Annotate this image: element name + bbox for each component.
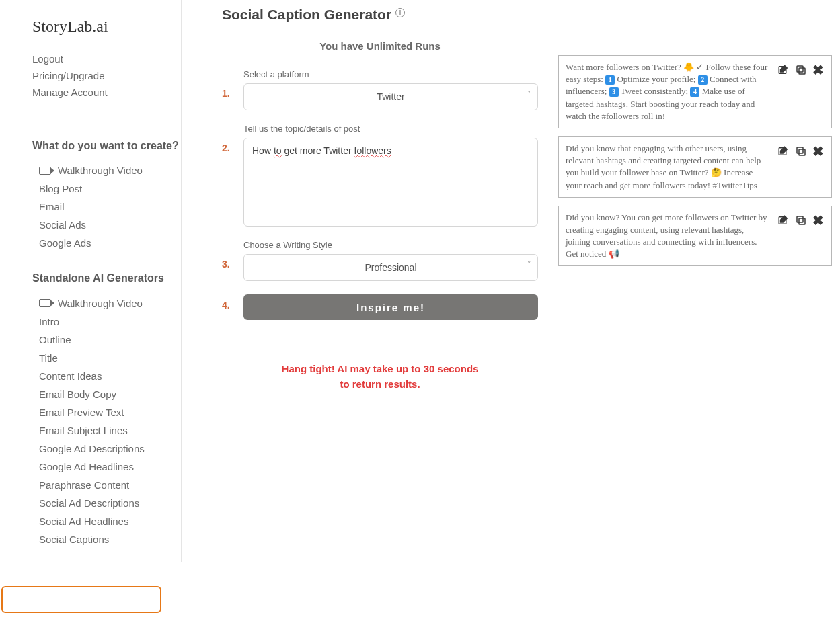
brand-logo: StoryLab.ai: [32, 17, 181, 36]
nav-standalone-label: Content Ideas: [39, 370, 102, 382]
close-icon[interactable]: ✖: [812, 64, 825, 76]
edit-icon[interactable]: [777, 64, 790, 76]
nav-standalone-content-ideas[interactable]: Content Ideas: [32, 367, 181, 385]
keycap-icon: 4: [690, 87, 699, 97]
info-icon[interactable]: i: [395, 8, 405, 17]
copy-icon[interactable]: [795, 214, 807, 227]
step-number-2: 2.: [222, 142, 231, 153]
svg-rect-1: [799, 68, 805, 74]
result-card: Want more followers on Twitter? 🐥 ✓ Foll…: [558, 55, 832, 128]
nav-standalone-google-ad-headlines[interactable]: Google Ad Headlines: [32, 458, 181, 476]
nav-standalone-social-ad-descriptions[interactable]: Social Ad Descriptions: [32, 494, 181, 512]
results-column: Want more followers on Twitter? 🐥 ✓ Foll…: [558, 55, 832, 548]
nav-create-google-ads[interactable]: Google Ads: [32, 234, 181, 252]
account-links: Logout Pricing/Upgrade Manage Account: [32, 53, 181, 98]
svg-rect-8: [797, 216, 803, 222]
nav-standalone-paraphrase-content[interactable]: Paraphrase Content: [32, 476, 181, 494]
topic-textarea[interactable]: How to get more Twitter followers: [243, 138, 538, 227]
keycap-icon: 1: [605, 75, 615, 85]
nav-create-label: Google Ads: [39, 237, 91, 249]
form-column: Social Caption Generator i You have Unli…: [222, 7, 538, 548]
edit-icon[interactable]: [777, 214, 790, 227]
nav-standalone-label: Google Ad Headlines: [39, 461, 134, 472]
svg-rect-2: [797, 66, 803, 72]
copy-icon[interactable]: [795, 145, 807, 157]
step-number-1: 1.: [222, 88, 231, 99]
sidebar: StoryLab.ai Logout Pricing/Upgrade Manag…: [0, 0, 182, 562]
pricing-link[interactable]: Pricing/Upgrade: [32, 70, 181, 81]
nav-standalone-label: Email Body Copy: [39, 388, 116, 400]
nav-standalone-label: Google Ad Descriptions: [39, 443, 145, 454]
nav-standalone-label: Title: [39, 352, 58, 364]
loading-message: Hang tight! AI may take up to 30 seconds…: [222, 362, 538, 392]
nav-create-email[interactable]: Email: [32, 198, 181, 216]
page-title-text: Social Caption Generator: [222, 7, 391, 23]
svg-rect-4: [799, 149, 805, 155]
nav-create-label: Walkthrough Video: [58, 165, 143, 176]
nav-create-walkthrough-video[interactable]: Walkthrough Video: [32, 161, 181, 179]
nav-create-social-ads[interactable]: Social Ads: [32, 216, 181, 234]
nav-create-label: Social Ads: [39, 219, 86, 231]
nav-standalone-label: Email Subject Lines: [39, 425, 128, 436]
step-3: 3. Choose a Writing Style Professional: [222, 240, 538, 281]
result-text: Did you know? You can get more followers…: [566, 212, 771, 261]
close-icon[interactable]: ✖: [812, 214, 825, 227]
nav-standalone-social-ad-headlines[interactable]: Social Ad Headlines: [32, 512, 181, 530]
edit-icon[interactable]: [777, 145, 790, 157]
nav-standalone-email-body-copy[interactable]: Email Body Copy: [32, 385, 181, 403]
step-number-3: 3.: [222, 259, 231, 270]
nav-create-label: Blog Post: [39, 183, 82, 194]
result-text: Want more followers on Twitter? 🐥 ✓ Foll…: [566, 61, 771, 122]
nav-standalone-social-captions[interactable]: Social Captions: [32, 530, 181, 548]
inspire-button[interactable]: Inspire me!: [243, 294, 538, 320]
runs-remaining: You have Unlimited Runs: [222, 40, 538, 52]
page-title: Social Caption Generator i: [222, 7, 538, 23]
manage-account-link[interactable]: Manage Account: [32, 87, 181, 98]
keycap-icon: 3: [609, 87, 619, 97]
result-card: Did you know that engaging with other us…: [558, 136, 832, 198]
platform-select[interactable]: Twitter: [243, 83, 538, 110]
step-2-label: Tell us the topic/details of post: [243, 124, 538, 134]
result-text: Did you know that engaging with other us…: [566, 142, 771, 192]
nav-standalone-label: Social Captions: [39, 534, 109, 545]
svg-rect-7: [799, 218, 805, 224]
keycap-icon: 2: [698, 75, 708, 85]
video-icon: [39, 299, 51, 307]
nav-create-blog-post[interactable]: Blog Post: [32, 179, 181, 198]
step-1: 1. Select a platform Twitter: [222, 69, 538, 110]
step-number-4: 4.: [222, 300, 231, 311]
copy-icon[interactable]: [795, 64, 807, 76]
nav-standalone-google-ad-descriptions[interactable]: Google Ad Descriptions: [32, 440, 181, 458]
sidebar-section-create: What do you want to create?: [32, 138, 181, 153]
nav-standalone-email-subject-lines[interactable]: Email Subject Lines: [32, 421, 181, 440]
step-4: 4. Inspire me!: [222, 294, 538, 320]
step-3-label: Choose a Writing Style: [243, 240, 538, 250]
nav-standalone-label: Social Ad Headlines: [39, 516, 128, 527]
logout-link[interactable]: Logout: [32, 53, 181, 65]
nav-standalone-walkthrough-video[interactable]: Walkthrough Video: [32, 294, 181, 313]
nav-standalone-label: Social Ad Descriptions: [39, 497, 139, 509]
nav-standalone-outline[interactable]: Outline: [32, 331, 181, 349]
nav-standalone-label: Walkthrough Video: [58, 298, 143, 309]
step-1-label: Select a platform: [243, 69, 538, 79]
svg-rect-5: [797, 147, 803, 153]
result-actions: ✖: [777, 61, 825, 76]
nav-standalone-label: Outline: [39, 334, 71, 345]
result-actions: ✖: [777, 212, 825, 227]
result-actions: ✖: [777, 142, 825, 157]
result-card: Did you know? You can get more followers…: [558, 206, 832, 267]
sidebar-section-standalone: Standalone AI Generators: [32, 271, 181, 286]
main-content: Social Caption Generator i You have Unli…: [182, 0, 840, 562]
nav-standalone-label: Intro: [39, 316, 59, 327]
nav-standalone-label: Paraphrase Content: [39, 479, 129, 491]
video-icon: [39, 167, 51, 175]
nav-standalone-title[interactable]: Title: [32, 349, 181, 367]
nav-standalone-email-preview-text[interactable]: Email Preview Text: [32, 403, 181, 421]
nav-standalone-intro[interactable]: Intro: [32, 313, 181, 331]
step-2: 2. Tell us the topic/details of post How…: [222, 124, 538, 227]
close-icon[interactable]: ✖: [812, 145, 825, 157]
nav-create-label: Email: [39, 201, 65, 212]
nav-standalone-label: Email Preview Text: [39, 407, 124, 418]
style-select[interactable]: Professional: [243, 254, 538, 281]
